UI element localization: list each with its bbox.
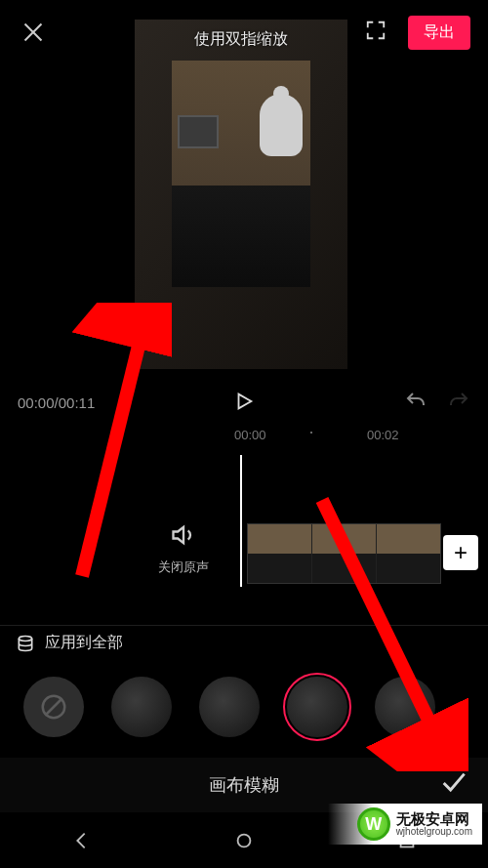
svg-point-2	[238, 835, 251, 847]
ruler-tick: 00:02	[367, 428, 399, 442]
add-clip-button[interactable]: +	[443, 535, 478, 570]
current-time: 00:00	[18, 394, 55, 411]
nav-back-button[interactable]	[70, 830, 92, 855]
redo-button[interactable]	[447, 390, 470, 416]
svg-point-0	[19, 636, 31, 641]
panel-title: 画布模糊	[209, 773, 279, 797]
stack-icon	[16, 634, 35, 653]
check-icon	[439, 769, 467, 797]
bear-prop	[260, 94, 303, 156]
fullscreen-icon[interactable]	[365, 20, 386, 45]
blur-option-none[interactable]	[23, 677, 84, 737]
ruler-tick: 00:00	[234, 428, 266, 442]
clip-frame	[311, 524, 376, 583]
blur-option-1[interactable]	[111, 677, 172, 737]
play-button[interactable]	[233, 391, 255, 415]
blur-option-4[interactable]	[375, 677, 435, 737]
nav-recents-button[interactable]	[396, 830, 418, 855]
blur-option-3[interactable]	[287, 677, 347, 737]
apply-to-all-label: 应用到全部	[45, 633, 123, 653]
video-preview[interactable]: 使用双指缩放	[135, 20, 347, 369]
speaker-icon	[170, 521, 197, 549]
undo-button[interactable]	[404, 390, 427, 416]
svg-rect-3	[400, 835, 413, 847]
confirm-button[interactable]	[439, 769, 467, 802]
pinch-hint-label: 使用双指缩放	[135, 29, 347, 50]
plus-icon: +	[454, 539, 468, 566]
system-navbar	[0, 817, 488, 868]
playhead[interactable]	[240, 455, 242, 587]
clip-frame	[248, 524, 311, 583]
clip-frame	[376, 524, 440, 583]
playbar: 00:00/00:11	[0, 379, 488, 426]
nav-home-button[interactable]	[233, 830, 255, 855]
mute-original-button[interactable]: 关闭原声	[158, 521, 209, 576]
tv-prop	[178, 115, 219, 148]
clip-strip[interactable]	[247, 523, 441, 584]
total-time: 00:11	[59, 394, 96, 411]
inner-video-frame	[172, 61, 310, 287]
panel-footer: 画布模糊	[0, 758, 488, 812]
timeline-ruler[interactable]: 00:00 00:02	[0, 428, 488, 451]
mute-label: 关闭原声	[158, 558, 209, 576]
ruler-dot	[310, 432, 312, 434]
time-readout: 00:00/00:11	[18, 394, 95, 411]
blur-option-2[interactable]	[199, 677, 260, 737]
export-button[interactable]: 导出	[408, 16, 470, 50]
apply-to-all-button[interactable]: 应用到全部	[0, 625, 488, 660]
none-icon	[39, 692, 68, 722]
blur-options-row	[0, 666, 488, 748]
close-icon[interactable]	[18, 21, 41, 44]
